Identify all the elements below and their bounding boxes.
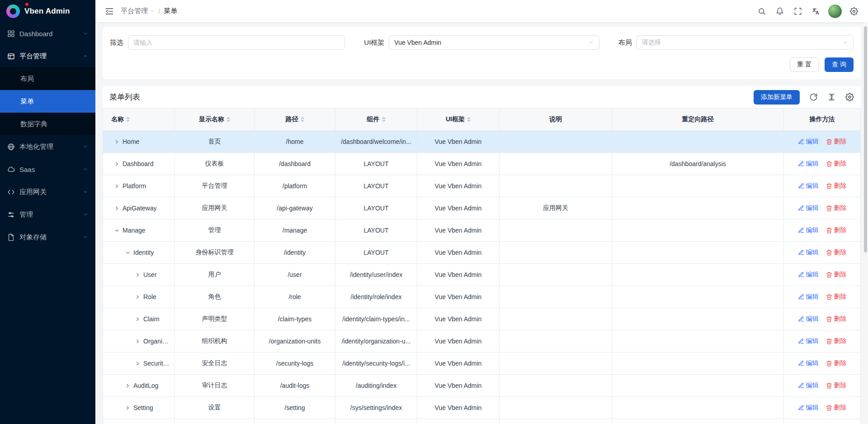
reset-button[interactable]: 重 置: [790, 57, 819, 72]
translate-button[interactable]: [808, 4, 824, 19]
filter-input[interactable]: [128, 35, 345, 50]
row-expand-toggle[interactable]: [114, 228, 120, 233]
refresh-icon[interactable]: [809, 93, 818, 101]
row-redirect: [612, 197, 784, 219]
row-ui-framework: Vue Vben Admin: [417, 330, 500, 353]
delete-button[interactable]: 删除: [826, 404, 847, 412]
row-expand-toggle[interactable]: [114, 161, 120, 167]
column-header-display_name[interactable]: 显示名称: [175, 109, 255, 131]
edit-button[interactable]: 编辑: [798, 404, 819, 412]
sidebar-item-dashboard[interactable]: Dashboard: [0, 22, 95, 45]
sidebar-item-storage[interactable]: 对象存储: [0, 226, 95, 248]
row-path: /audit-logs: [255, 375, 335, 397]
sidebar-item-gateway[interactable]: 应用网关: [0, 181, 95, 203]
delete-button[interactable]: 删除: [826, 293, 847, 301]
delete-button[interactable]: 删除: [826, 138, 847, 146]
row-description: [500, 353, 612, 375]
ui-framework-select[interactable]: Vue Vben Admin: [389, 35, 599, 50]
edit-button[interactable]: 编辑: [798, 204, 819, 212]
row-height-icon[interactable]: [827, 93, 836, 101]
edit-icon: [798, 227, 804, 233]
row-name: Dashboard: [123, 160, 154, 167]
sidebar-item-localization[interactable]: 本地化管理: [0, 135, 95, 158]
chevron-down-icon: [83, 144, 88, 149]
delete-button[interactable]: 删除: [826, 182, 847, 190]
table-row: Claim声明类型/claim-types/identity/claim-typ…: [103, 308, 861, 330]
edit-button[interactable]: 编辑: [798, 182, 819, 190]
row-expand-toggle[interactable]: [114, 139, 120, 145]
row-expand-toggle[interactable]: [125, 383, 131, 389]
sidebar-item-saas[interactable]: Saas: [0, 158, 95, 181]
delete-button[interactable]: 删除: [826, 381, 847, 390]
sidebar-item-menu[interactable]: 菜单: [0, 90, 95, 113]
edit-button[interactable]: 编辑: [798, 138, 819, 146]
row-display-name: 身份标识管理: [175, 242, 255, 264]
layout-select[interactable]: 请选择: [637, 35, 854, 50]
sort-icon[interactable]: [301, 117, 304, 122]
delete-button[interactable]: 删除: [826, 271, 847, 279]
edit-button[interactable]: 编辑: [798, 248, 819, 257]
edit-button[interactable]: 编辑: [798, 381, 819, 390]
gear-button[interactable]: [846, 4, 862, 19]
delete-button[interactable]: 删除: [826, 359, 847, 367]
delete-icon: [826, 138, 832, 145]
edit-button[interactable]: 编辑: [798, 226, 819, 234]
row-component: /identity/claim-types/in...: [335, 308, 417, 330]
column-header-ui_framework[interactable]: UI框架: [417, 109, 500, 131]
column-header-path[interactable]: 路径: [255, 109, 335, 131]
delete-button[interactable]: 删除: [826, 204, 847, 212]
sidebar-item-platform[interactable]: 平台管理: [0, 45, 95, 67]
row-expand-toggle[interactable]: [135, 272, 141, 278]
query-button[interactable]: 查 询: [825, 57, 854, 72]
row-display-name: 安全日志: [175, 353, 255, 375]
row-expand-toggle[interactable]: [125, 250, 131, 256]
edit-icon: [798, 294, 804, 300]
table-row-partial: [103, 419, 861, 424]
edit-button[interactable]: 编辑: [798, 359, 819, 367]
row-expand-toggle[interactable]: [135, 316, 141, 322]
row-expand-toggle[interactable]: [135, 361, 141, 367]
row-expand-toggle[interactable]: [114, 205, 120, 211]
edit-button[interactable]: 编辑: [798, 337, 819, 345]
sort-icon[interactable]: [467, 117, 471, 122]
fullscreen-button[interactable]: [790, 4, 806, 19]
sidebar-collapse-button[interactable]: [102, 4, 117, 19]
row-expand-toggle[interactable]: [135, 294, 141, 300]
edit-button[interactable]: 编辑: [798, 315, 819, 323]
bell-button[interactable]: [772, 4, 788, 19]
search-button[interactable]: [754, 4, 769, 19]
edit-button[interactable]: 编辑: [798, 271, 819, 279]
sidebar-item-layout[interactable]: 布局: [0, 67, 95, 90]
edit-button[interactable]: 编辑: [798, 160, 819, 168]
column-label: 操作方法: [810, 115, 835, 124]
edit-button[interactable]: 编辑: [798, 293, 819, 301]
delete-button[interactable]: 删除: [826, 337, 847, 345]
row-path: /setting: [255, 397, 335, 419]
row-display-name: 应用网关: [175, 197, 255, 219]
delete-button[interactable]: 删除: [826, 248, 847, 257]
sidebar-item-dictionary[interactable]: 数据字典: [0, 113, 95, 135]
sort-icon[interactable]: [382, 117, 386, 122]
translate-icon: [812, 7, 820, 15]
row-display-name: 首页: [175, 131, 255, 153]
gear-icon[interactable]: [845, 93, 854, 101]
sidebar-item-manage[interactable]: 管理: [0, 203, 95, 226]
column-header-name[interactable]: 名称: [103, 109, 175, 131]
breadcrumb-platform[interactable]: 平台管理: [121, 7, 155, 15]
column-header-component[interactable]: 组件: [335, 109, 417, 131]
row-expand-toggle[interactable]: [135, 338, 141, 344]
logo[interactable]: Vben Admin: [0, 0, 95, 22]
row-expand-toggle[interactable]: [125, 405, 131, 411]
delete-button[interactable]: 删除: [826, 315, 847, 323]
delete-button[interactable]: 删除: [826, 226, 847, 234]
page-scrollbar-thumb[interactable]: [864, 26, 867, 252]
sort-icon[interactable]: [126, 117, 130, 122]
sort-icon[interactable]: [226, 117, 230, 122]
table-row: Identity身份标识管理/identityLAYOUTVue Vben Ad…: [103, 242, 861, 264]
table-row: Setting设置/setting/sys/settings/indexVue …: [103, 397, 861, 419]
row-expand-toggle[interactable]: [114, 183, 120, 189]
delete-button[interactable]: 删除: [826, 160, 847, 168]
breadcrumb-menu[interactable]: 菜单: [164, 7, 177, 15]
avatar[interactable]: [828, 5, 842, 18]
add-menu-button[interactable]: 添加新菜单: [754, 90, 800, 105]
